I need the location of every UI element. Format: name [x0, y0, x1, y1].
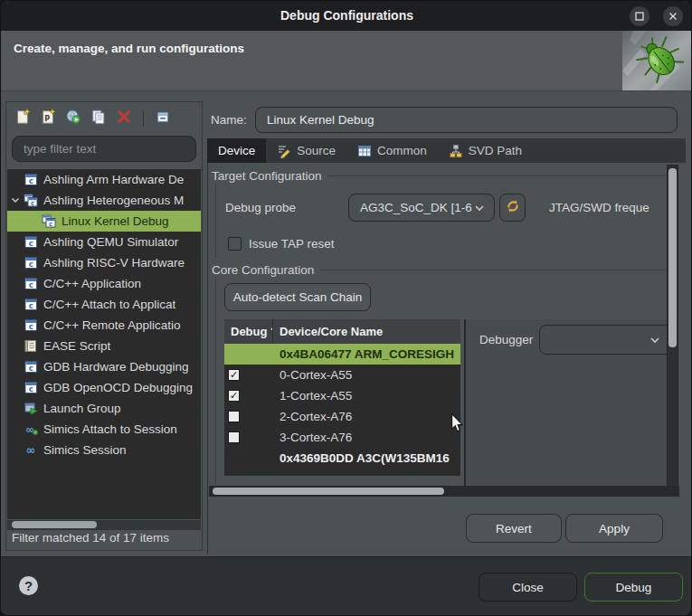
content-horizontal-scrollbar[interactable] [209, 486, 679, 497]
tree-item-ease-script[interactable]: EASE Script [7, 336, 201, 356]
horizontal-scrollbar-thumb[interactable] [213, 488, 444, 495]
new-prototype-icon: P [40, 109, 56, 128]
close-icon [668, 8, 678, 24]
svg-text:c: c [31, 200, 34, 207]
svg-text:c: c [29, 364, 33, 373]
table-row-0-cortex-a55[interactable]: ✓0-Cortex-A55 [224, 365, 460, 385]
tab-svd-path[interactable]: SVD Path [438, 138, 533, 163]
content-divider [207, 163, 208, 554]
core-table-body: 0x4BA06477 ARM_CORESIGH✓0-Cortex-A55✓1-C… [224, 344, 460, 469]
tree-item-simics-attach-to-session[interactable]: ∞Simics Attach to Session [7, 419, 201, 440]
tree-item-gdb-hardware-debugging[interactable]: cGDB Hardware Debugging [7, 356, 201, 377]
tree-item-label: GDB OpenOCD Debugging [43, 381, 193, 394]
tree-item-ashling-arm-hardware-de[interactable]: cAshling Arm Hardware De [7, 169, 201, 190]
table-row-0x4ba06477-arm-coresigh[interactable]: 0x4BA06477 ARM_CORESIGH [224, 344, 460, 365]
tree-item-ashling-qemu-simulator[interactable]: cAshling QEMU Simulator [7, 232, 201, 252]
debugger-select[interactable] [539, 325, 670, 355]
tree-item-launch-group[interactable]: Launch Group [7, 398, 201, 419]
c-application-icon: c [24, 173, 38, 186]
device-core-name-cell: 0-Cortex-A55 [273, 365, 460, 385]
tree-horizontal-scrollbar[interactable] [7, 520, 201, 530]
svg-text:∞: ∞ [26, 443, 36, 457]
table-row-2-cortex-a76[interactable]: 2-Cortex-A76 [224, 406, 460, 427]
source-icon [277, 144, 291, 158]
tree-item-c-c-application[interactable]: cC/C++ Application [7, 273, 201, 294]
core-debug-checkbox[interactable] [228, 431, 240, 443]
tree-scrollbar-thumb[interactable] [12, 521, 97, 528]
c-application-icon: c [24, 298, 38, 311]
tree-item-linux-kernel-debug[interactable]: cLinux Kernel Debug [7, 211, 201, 232]
jtag-frequency-label: JTAG/SWD freque [549, 201, 666, 214]
script-icon [24, 339, 38, 353]
core-debug-checkbox[interactable]: ✓ [228, 369, 240, 381]
tab-common[interactable]: Common [346, 138, 438, 163]
collapse-all-icon [155, 109, 171, 128]
device-core-name-cell: 2-Cortex-A76 [273, 406, 460, 427]
tree-item-gdb-openocd-debugging[interactable]: cGDB OpenOCD Debugging [7, 377, 201, 398]
tree-item-simics-session[interactable]: ∞Simics Session [7, 440, 201, 460]
c-application-icon: c [24, 277, 38, 290]
core-table: Debug ? Device/Core Name 0x4BA06477 ARM_… [224, 319, 460, 476]
column-debug[interactable]: Debug ? [224, 319, 273, 344]
export-icon [65, 109, 81, 128]
tree-item-ashling-risc-v-hardware[interactable]: cAshling RISC-V Hardware [7, 252, 201, 273]
svg-text:c: c [29, 384, 33, 393]
column-device-core-name[interactable]: Device/Core Name [273, 319, 460, 344]
delete-button[interactable] [115, 109, 133, 128]
debug-probe-select[interactable]: AG3C_SoC_DK [1-6 [348, 194, 495, 222]
close-dialog-button[interactable]: Close [479, 573, 577, 602]
new-prototype-button[interactable]: P [39, 109, 57, 128]
vertical-scrollbar-thumb[interactable] [668, 168, 677, 347]
tree-item-c-c-remote-applicatio[interactable]: cC/C++ Remote Applicatio [7, 315, 201, 336]
filter-input[interactable] [12, 136, 196, 162]
help-button[interactable]: ? [19, 576, 38, 595]
close-button[interactable] [663, 6, 683, 26]
apply-button[interactable]: Apply [565, 514, 663, 543]
tree-item-label: C/C++ Attach to Applicat [43, 298, 175, 311]
launch-group-icon [24, 402, 38, 415]
table-row-3-cortex-a76[interactable]: 3-Cortex-A76 [224, 427, 460, 448]
core-configuration-group: Core Configuration [212, 263, 666, 277]
maximize-button[interactable] [630, 6, 649, 26]
tree-item-c-c-attach-to-applicat[interactable]: cC/C++ Attach to Applicat [7, 294, 201, 315]
new-configuration-button[interactable] [14, 109, 32, 128]
tab-label: SVD Path [469, 144, 522, 157]
refresh-icon [506, 199, 520, 217]
name-input[interactable] [255, 107, 678, 133]
svg-text:c: c [49, 221, 52, 228]
debug-run-button[interactable]: Debug [584, 573, 683, 602]
debug-checkbox-cell [224, 427, 273, 448]
group-border [215, 184, 216, 258]
tree-item-ashling-heterogeneous-m[interactable]: cAshling Heterogeneous M [7, 190, 201, 211]
core-debug-checkbox[interactable]: ✓ [228, 390, 240, 402]
export-button[interactable] [64, 109, 82, 128]
c-application-icon: c [24, 235, 38, 249]
target-configuration-title: Target Configuration [212, 169, 322, 183]
refresh-probes-button[interactable] [499, 194, 526, 222]
issue-tap-reset-label: Issue TAP reset [249, 237, 335, 251]
issue-tap-reset-checkbox[interactable] [228, 237, 242, 251]
core-debug-checkbox[interactable] [228, 411, 240, 422]
collapse-all-button[interactable] [154, 109, 172, 128]
table-row-0x4369b0dd-a3c-w135bm16[interactable]: 0x4369B0DD A3C(W135BM16 [224, 448, 460, 469]
debug-probe-label: Debug probe [225, 201, 296, 214]
debug-checkbox-cell [224, 344, 273, 365]
duplicate-button[interactable] [90, 109, 108, 128]
table-row-1-cortex-a55[interactable]: ✓1-Cortex-A55 [224, 385, 460, 406]
content-vertical-scrollbar[interactable] [667, 165, 678, 493]
expander-chevron-icon[interactable] [7, 197, 24, 204]
c-application-icon: c [24, 318, 38, 332]
group-border [215, 278, 216, 484]
chevron-down-icon [649, 333, 660, 346]
tab-device[interactable]: Device [207, 138, 266, 163]
window-title: Debug Configurations [1, 1, 692, 31]
titlebar[interactable]: Debug Configurations [1, 1, 692, 31]
filter-status: Filter matched 14 of 17 items [12, 531, 169, 545]
revert-button[interactable]: Revert [466, 514, 562, 543]
debug-checkbox-cell [224, 406, 273, 427]
svg-text:P: P [44, 114, 50, 123]
c-application-icon: c [24, 256, 38, 270]
svg-text:c: c [29, 280, 33, 289]
tab-source[interactable]: Source [266, 138, 346, 163]
autodetect-scan-chain-button[interactable]: Auto-detect Scan Chain [224, 283, 371, 311]
